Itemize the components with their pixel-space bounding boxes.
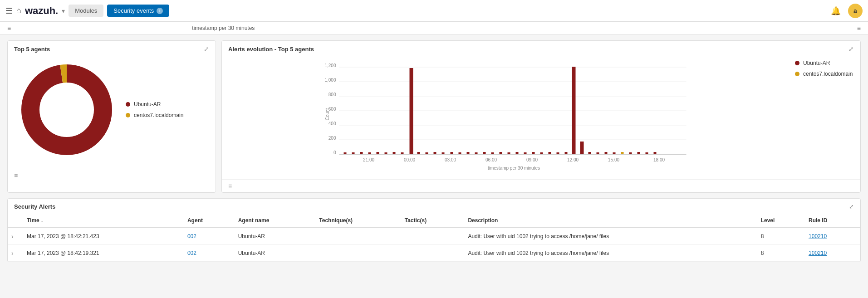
row-tactics bbox=[399, 245, 463, 262]
alerts-table-body: › Mar 17, 2023 @ 18:42:21.423 002 Ubuntu… bbox=[8, 228, 860, 262]
svg-text:06:00: 06:00 bbox=[485, 157, 497, 162]
alerts-footer-icon[interactable]: ≡ bbox=[228, 182, 232, 190]
svg-rect-35 bbox=[459, 152, 461, 154]
svg-rect-59 bbox=[621, 152, 624, 154]
alerts-panel-header: Alerts evolution - Top 5 agents ⤢ bbox=[222, 41, 860, 55]
svg-rect-61 bbox=[638, 152, 640, 154]
svg-rect-25 bbox=[393, 152, 396, 154]
subheader-bar: ≡ timestamp per 30 minutes ≡ bbox=[0, 22, 868, 35]
description-col-header: Description bbox=[462, 214, 755, 228]
svg-rect-55 bbox=[597, 152, 599, 154]
svg-rect-29 bbox=[417, 152, 420, 154]
svg-rect-36 bbox=[467, 152, 470, 154]
security-alerts-expand-icon[interactable]: ⤢ bbox=[849, 203, 854, 210]
svg-text:21:00: 21:00 bbox=[363, 157, 374, 162]
top-panels: Top 5 agents ⤢ Ubuntu-AR bbox=[7, 40, 861, 193]
time-col-header[interactable]: Time ↓ bbox=[21, 214, 182, 228]
info-icon[interactable]: i bbox=[157, 8, 163, 14]
svg-text:00:00: 00:00 bbox=[404, 157, 415, 162]
svg-text:200: 200 bbox=[329, 136, 336, 141]
agents-panel-title: Top 5 agents bbox=[14, 46, 50, 53]
agents-panel-header: Top 5 agents ⤢ bbox=[8, 41, 216, 55]
svg-rect-44 bbox=[524, 152, 527, 154]
row-techniques bbox=[314, 228, 399, 245]
svg-text:03:00: 03:00 bbox=[445, 157, 456, 162]
sort-arrow-icon: ↓ bbox=[41, 218, 43, 223]
ubuntu-legend-label: Ubuntu-AR bbox=[134, 101, 161, 107]
row-description: Audit: User with uid 1002 trying to acce… bbox=[462, 228, 755, 245]
svg-rect-23 bbox=[385, 152, 387, 154]
svg-rect-60 bbox=[629, 152, 632, 154]
svg-rect-51 bbox=[572, 67, 576, 154]
alerts-panel-footer: ≡ bbox=[222, 179, 860, 192]
row-agent[interactable]: 002 bbox=[182, 228, 233, 245]
alerts-chart-area: 0 200 400 600 800 1,000 1,200 Count bbox=[228, 55, 790, 175]
svg-rect-31 bbox=[434, 152, 436, 154]
svg-rect-50 bbox=[565, 152, 568, 154]
row-agent-name: Ubuntu-AR bbox=[233, 245, 314, 262]
svg-rect-22 bbox=[377, 152, 379, 154]
svg-rect-37 bbox=[475, 152, 478, 154]
level-col-header: Level bbox=[755, 214, 803, 228]
centos-legend-dot bbox=[126, 113, 130, 117]
table-row: › Mar 17, 2023 @ 18:42:19.321 002 Ubuntu… bbox=[8, 245, 860, 262]
svg-text:15:00: 15:00 bbox=[608, 157, 619, 162]
modules-tab[interactable]: Modules bbox=[69, 5, 103, 17]
subheader-right-icon[interactable]: ≡ bbox=[857, 24, 861, 32]
agents-legend: Ubuntu-AR centos7.localdomain bbox=[126, 101, 183, 118]
security-alerts-title: Security Alerts bbox=[14, 203, 55, 210]
row-agent[interactable]: 002 bbox=[182, 245, 233, 262]
svg-rect-62 bbox=[646, 152, 648, 154]
row-rule-id[interactable]: 100210 bbox=[803, 245, 860, 262]
row-description: Audit: User with uid 1002 trying to acce… bbox=[462, 245, 755, 262]
row-expand-icon[interactable]: › bbox=[8, 228, 21, 245]
subheader-timestamp-label: timestamp per 30 minutes bbox=[15, 25, 432, 31]
home-icon[interactable]: ⌂ bbox=[16, 6, 21, 15]
security-events-label: Security events bbox=[113, 7, 154, 14]
agents-panel-body: Ubuntu-AR centos7.localdomain bbox=[8, 55, 216, 169]
table-header-row: Time ↓ Agent Agent name Technique(s) Tac… bbox=[8, 214, 860, 228]
svg-rect-64 bbox=[654, 152, 657, 154]
svg-rect-48 bbox=[549, 152, 551, 154]
tactics-col-header: Tactic(s) bbox=[399, 214, 463, 228]
row-level: 8 bbox=[755, 245, 803, 262]
alerts-centos-label: centos7.localdomain bbox=[803, 71, 853, 77]
security-events-tab[interactable]: Security events i bbox=[107, 5, 169, 17]
agents-panel-footer: ≡ bbox=[8, 169, 216, 182]
logo-text: wazuh. bbox=[25, 5, 58, 17]
agents-expand-icon[interactable]: ⤢ bbox=[204, 45, 209, 53]
svg-point-2 bbox=[40, 83, 93, 136]
alerts-ubuntu-dot bbox=[795, 61, 799, 65]
alerts-expand-icon[interactable]: ⤢ bbox=[848, 45, 854, 53]
nav-chevron-icon[interactable]: ▾ bbox=[62, 7, 65, 15]
row-agent-name: Ubuntu-AR bbox=[233, 228, 314, 245]
alerts-panel-body: 0 200 400 600 800 1,000 1,200 Count bbox=[222, 55, 860, 179]
svg-text:18:00: 18:00 bbox=[653, 157, 665, 162]
app-logo: wazuh. bbox=[25, 5, 58, 17]
svg-text:Count: Count bbox=[325, 108, 330, 120]
svg-rect-43 bbox=[516, 152, 519, 154]
svg-rect-54 bbox=[588, 152, 591, 154]
alerts-evolution-panel: Alerts evolution - Top 5 agents ⤢ 0 200 … bbox=[221, 40, 861, 193]
menu-icon[interactable]: ☰ bbox=[5, 6, 13, 16]
subheader-left-icon[interactable]: ≡ bbox=[7, 24, 11, 32]
row-expand-icon[interactable]: › bbox=[8, 245, 21, 262]
row-rule-id[interactable]: 100210 bbox=[803, 228, 860, 245]
alerts-chart-legend: Ubuntu-AR centos7.localdomain bbox=[795, 55, 854, 175]
agents-footer-icon[interactable]: ≡ bbox=[14, 172, 18, 179]
ubuntu-legend-dot bbox=[126, 102, 130, 107]
svg-text:09:00: 09:00 bbox=[526, 157, 538, 162]
svg-rect-34 bbox=[451, 152, 453, 154]
svg-rect-26 bbox=[401, 152, 404, 154]
svg-rect-58 bbox=[613, 152, 616, 154]
security-alerts-panel: Security Alerts ⤢ Time ↓ Agent Agent nam… bbox=[7, 198, 861, 262]
alerts-legend-ubuntu: Ubuntu-AR bbox=[795, 60, 854, 66]
svg-rect-41 bbox=[500, 152, 502, 154]
top-nav: ☰ ⌂ wazuh. ▾ Modules Security events i 🔔… bbox=[0, 0, 868, 22]
svg-rect-32 bbox=[442, 152, 445, 154]
avatar[interactable]: a bbox=[848, 4, 863, 18]
bell-icon[interactable]: 🔔 bbox=[831, 6, 841, 16]
donut-chart bbox=[17, 60, 117, 160]
svg-rect-38 bbox=[483, 152, 486, 154]
svg-text:12:00: 12:00 bbox=[567, 157, 579, 162]
